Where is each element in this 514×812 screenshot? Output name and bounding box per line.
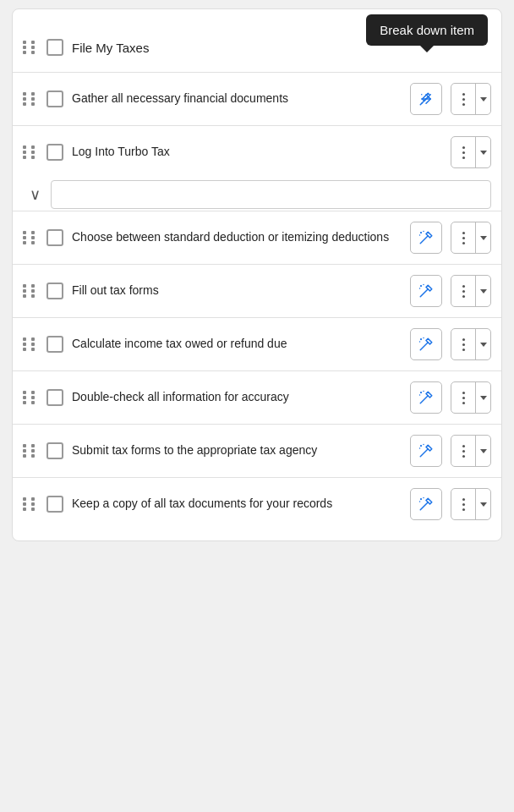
chevron-down-icon-1 <box>480 97 487 102</box>
table-row: Gather all necessary financial documents <box>13 73 501 125</box>
dropdown-arrow-6[interactable] <box>475 381 490 414</box>
more-options-6[interactable] <box>451 381 491 414</box>
table-row: Calculate income tax owed or refund due <box>13 318 501 370</box>
svg-point-15 <box>423 337 424 339</box>
wand-icon-6 <box>418 390 434 405</box>
svg-point-22 <box>420 445 422 447</box>
checkbox-2[interactable] <box>46 144 63 161</box>
tooltip: Break down item <box>366 14 488 46</box>
svg-point-10 <box>420 285 422 287</box>
table-row: Choose between standard deduction or ite… <box>13 211 501 264</box>
checkbox-8[interactable] <box>46 496 63 513</box>
svg-line-13 <box>420 343 428 350</box>
expand-chevron-icon[interactable]: ∨ <box>19 182 51 207</box>
wand-button-5[interactable] <box>410 328 442 360</box>
wand-button-7[interactable] <box>410 435 442 467</box>
wand-icon-5 <box>418 337 434 352</box>
checkbox-1[interactable] <box>46 91 63 107</box>
subtask-label-2: Log Into Turbo Tax <box>72 144 442 161</box>
dropdown-arrow-1[interactable] <box>475 83 490 115</box>
chevron-down-icon-2 <box>480 151 487 155</box>
subtask-label-7: Submit tax forms to the appropriate tax … <box>72 442 402 459</box>
dropdown-arrow-2[interactable] <box>475 136 490 168</box>
dots-button-4[interactable] <box>451 275 475 307</box>
svg-point-16 <box>419 341 421 343</box>
svg-line-21 <box>420 449 428 457</box>
svg-line-5 <box>420 236 428 244</box>
drag-handle-2[interactable] <box>23 145 38 159</box>
wand-icon-7 <box>418 443 434 458</box>
wand-icon-1 <box>418 91 434 107</box>
checkbox-5[interactable] <box>46 336 63 353</box>
dots-button-2[interactable] <box>451 136 475 168</box>
svg-point-8 <box>419 234 421 236</box>
wand-icon-3 <box>418 230 434 245</box>
drag-handle-3[interactable] <box>23 231 38 244</box>
subtask-label-3: Choose between standard deduction or ite… <box>72 229 402 246</box>
table-row: Double-check all information for accurac… <box>13 371 501 424</box>
dropdown-arrow-5[interactable] <box>475 328 490 360</box>
chevron-down-icon-6 <box>480 396 487 400</box>
dots-button-6[interactable] <box>451 381 475 414</box>
svg-point-1 <box>421 94 423 96</box>
dropdown-arrow-4[interactable] <box>475 275 490 307</box>
drag-handle-6[interactable] <box>23 391 38 404</box>
wand-icon-8 <box>418 497 434 512</box>
drag-handle-7[interactable] <box>23 444 38 458</box>
drag-handle-1[interactable] <box>23 92 38 106</box>
dots-button-8[interactable] <box>451 488 475 520</box>
checkbox-parent[interactable] <box>46 39 63 56</box>
svg-line-9 <box>420 289 428 297</box>
more-options-8[interactable] <box>451 488 491 520</box>
chevron-down-icon-4 <box>480 289 487 294</box>
drag-handle-8[interactable] <box>23 497 38 511</box>
svg-point-27 <box>423 497 424 499</box>
dropdown-arrow-3[interactable] <box>475 222 490 254</box>
dots-button-5[interactable] <box>451 328 475 360</box>
drag-handle-4[interactable] <box>23 284 38 298</box>
wand-button-4[interactable] <box>410 275 442 307</box>
checkbox-6[interactable] <box>46 389 63 406</box>
more-options-7[interactable] <box>451 435 491 467</box>
wand-button-1[interactable] <box>410 83 442 115</box>
nested-task-input[interactable] <box>52 181 490 205</box>
chevron-down-icon-3 <box>480 236 487 240</box>
drag-handle-5[interactable] <box>23 337 38 351</box>
svg-point-19 <box>423 391 424 392</box>
table-row: Fill out tax forms <box>13 265 501 317</box>
subtask-label-8: Keep a copy of all tax documents for you… <box>72 496 402 513</box>
dropdown-arrow-7[interactable] <box>475 435 490 467</box>
dropdown-arrow-8[interactable] <box>475 488 490 520</box>
task-list-container: Break down item File My Taxes Gather all… <box>12 8 502 541</box>
svg-point-14 <box>420 338 422 340</box>
more-options-3[interactable] <box>451 222 491 254</box>
svg-point-7 <box>423 231 424 233</box>
subtask-label-1: Gather all necessary financial documents <box>72 91 402 107</box>
subtask-label-4: Fill out tax forms <box>72 283 402 299</box>
wand-button-3[interactable] <box>410 222 442 254</box>
dots-button-3[interactable] <box>451 222 475 254</box>
dots-button-7[interactable] <box>451 435 475 467</box>
checkbox-4[interactable] <box>46 283 63 299</box>
more-options-4[interactable] <box>451 275 491 307</box>
chevron-down-icon-7 <box>480 449 487 453</box>
checkbox-3[interactable] <box>46 229 63 246</box>
more-options-5[interactable] <box>451 328 491 360</box>
svg-point-26 <box>420 498 422 500</box>
svg-point-11 <box>423 284 424 286</box>
wand-button-6[interactable] <box>410 381 442 414</box>
nested-input-container <box>51 180 491 209</box>
svg-point-24 <box>419 447 421 449</box>
svg-point-23 <box>423 444 424 446</box>
more-options-2[interactable] <box>451 136 491 168</box>
drag-handle-parent[interactable] <box>23 41 38 54</box>
svg-line-17 <box>420 396 428 403</box>
svg-line-25 <box>420 502 428 510</box>
chevron-down-icon-8 <box>480 502 487 507</box>
more-options-1[interactable] <box>451 83 491 115</box>
wand-button-8[interactable] <box>410 488 442 520</box>
dots-button-1[interactable] <box>451 83 475 115</box>
table-row: Log Into Turbo Tax <box>13 126 501 178</box>
wand-icon-4 <box>418 283 434 299</box>
checkbox-7[interactable] <box>46 442 63 459</box>
